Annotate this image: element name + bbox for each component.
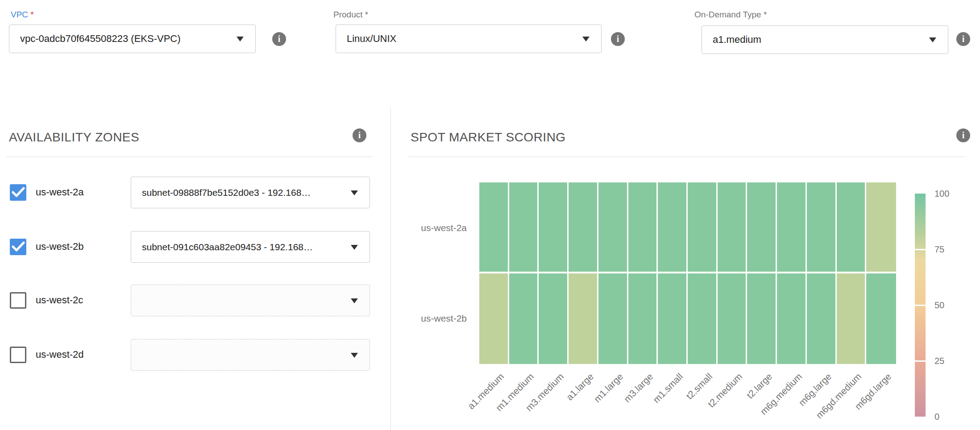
on-demand-type-label: On-Demand Type * [694, 10, 767, 20]
on-demand-type-info-icon[interactable] [956, 32, 970, 46]
vpc-label: VPC * [11, 10, 34, 20]
check-icon [12, 241, 25, 252]
spot-market-scoring-title: SPOT MARKET SCORING [411, 130, 566, 145]
chevron-down-icon [237, 37, 244, 41]
az-row-us-west-2a: us-west-2a subnet-09888f7be5152d0e3 - 19… [10, 177, 371, 209]
chevron-down-icon [351, 298, 358, 303]
spot-market-scoring-info-icon[interactable] [956, 128, 970, 142]
az-checkbox-us-west-2a[interactable] [10, 184, 26, 201]
heatmap-cell[interactable] [509, 182, 538, 272]
az-zone-label: us-west-2a [36, 186, 84, 198]
heatmap-cell[interactable] [539, 182, 567, 272]
heatmap-cell[interactable] [837, 182, 865, 272]
heatmap-cell[interactable] [747, 273, 776, 364]
subnet-select-us-west-2b[interactable]: subnet-091c603aa82e09453 - 192.168… [131, 231, 370, 263]
az-zone-label: us-west-2d [36, 349, 84, 360]
availability-zones-divider [6, 157, 372, 157]
product-select[interactable]: Linux/UNIX [336, 25, 602, 53]
az-row-us-west-2b: us-west-2b subnet-091c603aa82e09453 - 19… [10, 231, 371, 263]
heatmap-colorbar-gap [915, 249, 926, 250]
heatmap-col-label: m3.large [622, 371, 655, 405]
heatmap-cell[interactable] [807, 273, 835, 364]
required-asterisk: * [30, 10, 33, 19]
heatmap-col-label: m1.small [651, 371, 685, 405]
chevron-down-icon [582, 37, 590, 41]
heatmap-cell[interactable] [539, 273, 567, 364]
heatmap-colorbar-gap [915, 305, 926, 306]
heatmap-cell[interactable] [628, 273, 657, 364]
heatmap-colorbar-tick: 50 [934, 300, 944, 310]
vpc-info-icon[interactable] [272, 32, 286, 46]
product-select-value: Linux/UNIX [347, 33, 396, 45]
check-icon [12, 187, 25, 198]
required-asterisk: * [764, 10, 767, 19]
az-row-us-west-2c: us-west-2c [10, 285, 371, 317]
spot-instance-config-page: VPC * vpc-0adcb70f645508223 (EKS-VPC) Pr… [0, 0, 980, 430]
heatmap-colorbar-tick: 25 [934, 356, 944, 366]
vpc-select-value: vpc-0adcb70f645508223 (EKS-VPC) [20, 33, 181, 45]
heatmap-cell[interactable] [479, 273, 508, 364]
heatmap-cell[interactable] [807, 182, 835, 272]
heatmap-row-label: us-west-2b [355, 313, 467, 324]
heatmap-cell[interactable] [479, 182, 508, 272]
az-zone-label: us-west-2c [36, 294, 83, 306]
heatmap-cell[interactable] [866, 273, 896, 364]
heatmap-cell[interactable] [598, 273, 627, 364]
subnet-select-value: subnet-09888f7be5152d0e3 - 192.168… [142, 187, 311, 198]
heatmap-colorbar-gap [915, 360, 926, 362]
heatmap-cell[interactable] [718, 273, 746, 364]
heatmap-cell[interactable] [777, 182, 806, 272]
heatmap-col-label: a1.large [564, 371, 596, 403]
vpc-select[interactable]: vpc-0adcb70f645508223 (EKS-VPC) [9, 25, 256, 53]
availability-zones-info-icon[interactable] [353, 128, 366, 142]
subnet-select-us-west-2d[interactable] [131, 339, 370, 371]
heatmap-colorbar-tick: 100 [934, 189, 949, 199]
on-demand-type-select-value: a1.medium [713, 34, 761, 45]
heatmap-cell[interactable] [688, 182, 716, 272]
heatmap-cell[interactable] [837, 273, 865, 364]
product-info-icon[interactable] [611, 32, 625, 46]
heatmap-cell[interactable] [658, 182, 686, 272]
chevron-down-icon [351, 245, 358, 250]
az-zone-label: us-west-2b [36, 241, 84, 252]
heatmap-cell[interactable] [569, 182, 597, 272]
chevron-down-icon [929, 37, 936, 42]
heatmap-colorbar-tick: 75 [934, 244, 944, 255]
heatmap-col-label: t2.small [684, 371, 714, 401]
az-row-us-west-2d: us-west-2d [10, 339, 371, 371]
heatmap-cell[interactable] [628, 182, 657, 272]
heatmap-colorbar-tick: 0 [934, 412, 939, 422]
chevron-down-icon [351, 353, 358, 358]
subnet-select-us-west-2a[interactable]: subnet-09888f7be5152d0e3 - 192.168… [131, 177, 370, 208]
heatmap-cell[interactable] [866, 182, 896, 272]
heatmap-cell[interactable] [569, 273, 597, 364]
product-label: Product * [333, 10, 368, 20]
required-asterisk: * [365, 10, 368, 19]
heatmap-cell[interactable] [658, 273, 686, 364]
subnet-select-value: subnet-091c603aa82e09453 - 192.168… [142, 242, 313, 252]
heatmap-cell[interactable] [509, 273, 538, 364]
on-demand-type-select[interactable]: a1.medium [702, 25, 948, 54]
az-checkbox-us-west-2d[interactable] [10, 347, 26, 363]
subnet-select-us-west-2c[interactable] [131, 285, 370, 316]
heatmap-col-label: m1.large [592, 371, 625, 405]
heatmap-col-label: t2.large [744, 371, 774, 401]
spot-market-scoring-divider [409, 157, 965, 157]
heatmap-row-label: us-west-2a [355, 222, 467, 234]
heatmap-cell[interactable] [777, 273, 806, 364]
heatmap-cell[interactable] [598, 182, 627, 272]
availability-zones-title: AVAILABILITY ZONES [9, 130, 139, 145]
heatmap-cell[interactable] [718, 182, 746, 272]
chevron-down-icon [351, 190, 358, 195]
az-checkbox-us-west-2b[interactable] [10, 239, 26, 255]
heatmap-cell[interactable] [747, 182, 776, 272]
section-vertical-divider [390, 107, 391, 430]
heatmap-cell[interactable] [688, 273, 716, 364]
az-checkbox-us-west-2c[interactable] [10, 292, 26, 309]
